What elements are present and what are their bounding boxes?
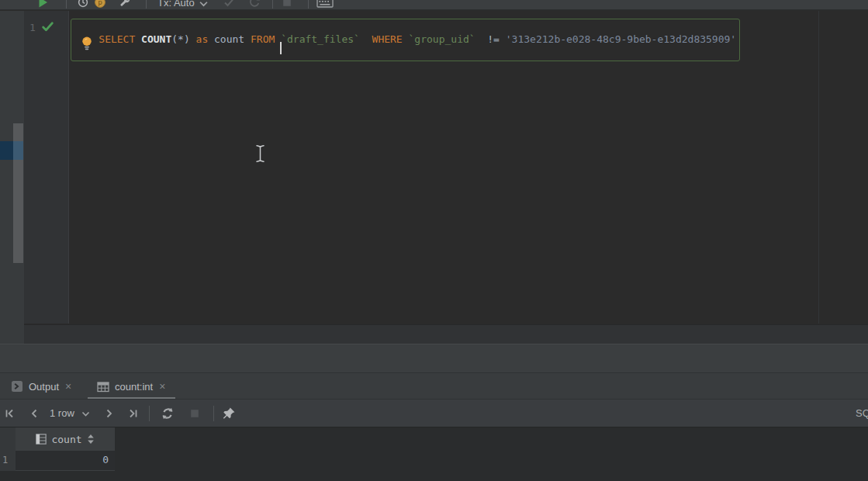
result-toolbar: 1 row SQ [0,399,868,427]
sql-token: as [196,33,209,45]
sql-token [403,33,409,45]
sql-token [208,33,214,45]
sql-token [475,33,488,45]
sql-token [360,33,372,45]
sql-statement[interactable]: SELECT COUNT(*) as count FROM `draft_fil… [71,19,740,61]
rollback-icon[interactable] [248,0,261,9]
pin-icon[interactable] [222,407,236,420]
wrench-icon[interactable] [119,0,131,9]
stop-icon[interactable] [281,0,293,9]
table-icon [97,381,109,393]
editor-gutter [24,11,69,324]
intention-bulb-icon[interactable] [81,36,93,52]
tool-window-header-band [0,344,868,372]
sql-console-window: p Tx: Auto 1 [0,0,868,481]
row-number: 1 [0,451,16,471]
console-toolbar: p Tx: Auto [0,0,868,10]
column-icon [36,434,47,445]
sql-token: * [178,33,184,45]
grid-corner [0,427,16,451]
sql-token: FROM [251,33,281,45]
stop-icon[interactable] [188,407,201,420]
sql-token: count [214,33,244,45]
editor-bottom-band [24,324,868,344]
sql-token: `group_uid` [409,33,475,45]
result-tabbar: Output × count:int × [0,372,868,399]
tab-label: Output [29,381,59,393]
tree-selected-row-overlap [13,141,23,160]
keyboard-icon[interactable] [316,0,334,9]
sort-icon[interactable] [87,434,95,445]
page-size-selector[interactable]: 1 row [50,407,74,419]
left-panel-edge [0,11,24,344]
toolbar-separator [146,0,147,9]
chevron-down-icon [199,0,208,9]
toolbar-separator [308,0,309,9]
tx-mode-selector[interactable]: Tx: Auto [157,0,195,9]
close-icon[interactable]: × [158,381,166,392]
run-icon[interactable] [36,0,49,9]
next-page-icon[interactable] [103,407,116,420]
datasource-label: SQ [856,407,868,419]
sql-token: ) [184,33,196,45]
toolbar-separator [213,406,214,421]
toolbar-separator [66,0,67,9]
refresh-icon[interactable] [161,407,175,420]
terminal-icon [11,380,23,393]
previous-page-icon[interactable] [28,407,40,420]
tab-label: count:int [115,381,153,393]
tab-output[interactable]: Output × [2,373,81,400]
sql-token: != [487,33,500,45]
toolbar-separator [272,0,273,9]
sql-token [500,33,506,45]
sql-token [244,33,251,45]
history-clock-icon[interactable] [77,0,89,9]
sql-token: COUNT [141,33,171,45]
sql-token: SELECT [99,33,141,45]
sql-token: '313e212b-e028-48c9-9beb-e13d2d835909' [506,33,736,45]
cell-count-value[interactable]: 0 [16,451,115,471]
commit-check-icon[interactable] [223,0,235,9]
close-icon[interactable]: × [64,381,72,392]
ibeam-cursor [255,144,265,163]
last-page-icon[interactable] [127,407,140,420]
chevron-down-icon [81,411,90,417]
column-header-count[interactable]: count [16,427,115,451]
tree-selected-row[interactable] [0,141,13,160]
coin-icon[interactable]: p [94,0,106,9]
right-margin-guide [818,11,819,324]
result-grid: count 1 0 [0,427,868,481]
sql-token: WHERE [372,33,403,45]
first-page-icon[interactable] [3,407,16,420]
column-header-label: count [51,434,81,445]
line-number: 1 [29,22,36,33]
tab-count-int[interactable]: count:int × [88,373,175,400]
statement-success-check-icon[interactable] [41,20,54,33]
sql-token: ( [171,33,178,45]
svg-text:p: p [98,0,102,6]
toolbar-separator [149,406,150,421]
sql-token: `draft_files` [281,33,360,45]
